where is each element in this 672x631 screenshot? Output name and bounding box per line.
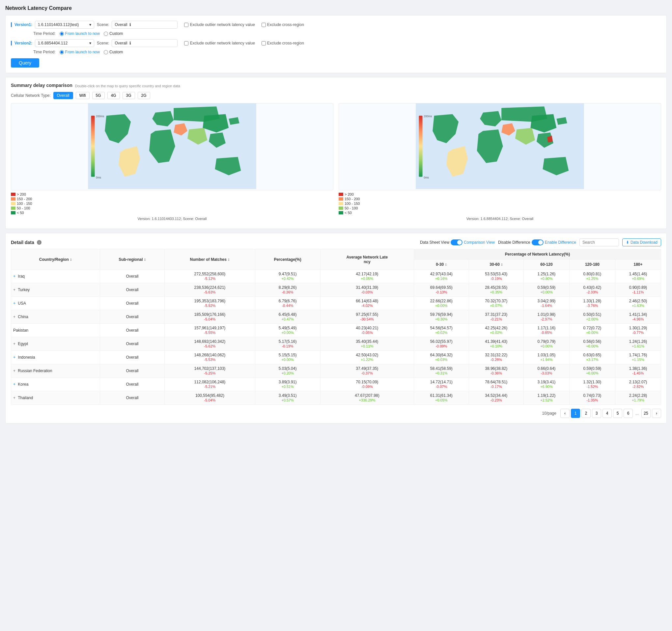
- comparison-view-label: Comparison View: [464, 240, 495, 245]
- map1-svg[interactable]: 200ms 0ms: [11, 103, 333, 189]
- view-toggle[interactable]: [451, 239, 462, 245]
- expand-icon[interactable]: +: [13, 368, 16, 373]
- th-matches: Number of Matches ↕: [165, 249, 255, 270]
- td-country: + Egypt: [11, 337, 100, 351]
- table-row: + Thailand Overall 100,554(95,482)-5.04%…: [11, 391, 661, 405]
- map2-svg[interactable]: 200ms 0ms: [339, 103, 661, 189]
- td-120-180: 0.43(0.42)-2.33%: [569, 283, 615, 297]
- page-btn-1[interactable]: 1: [571, 409, 580, 418]
- td-30-60: 34.52(34.44)-0.23%: [469, 391, 523, 405]
- td-avg-latency: 66.14(63.48)-4.02%: [320, 297, 414, 310]
- exclude-cross-region2-checkbox[interactable]: Exclude cross-region: [262, 41, 304, 45]
- summary-title: Summary delay comparison: [11, 83, 72, 88]
- td-30-60: 32.31(32.22)-0.28%: [469, 351, 523, 364]
- expand-icon[interactable]: +: [13, 382, 16, 387]
- td-pct: 5.17(5.16)-0.19%: [255, 337, 320, 351]
- th-120-180: 120-180: [569, 260, 615, 270]
- td-60-120: 1.03(1.05)+1.94%: [523, 351, 569, 364]
- td-pct: 8.29(8.26)-0.36%: [255, 283, 320, 297]
- svg-text:200ms: 200ms: [96, 115, 104, 118]
- table-row: Pakistan Overall 157,961(149,197)-5.55% …: [11, 324, 661, 337]
- search-input[interactable]: [579, 238, 619, 246]
- td-120-180: 0.80(0.81)+1.25%: [569, 270, 615, 283]
- info-icon[interactable]: i: [37, 240, 42, 245]
- td-60-120: 0.66(0.64)-3.03%: [523, 364, 569, 378]
- td-60-120: 1.01(0.98)-2.97%: [523, 310, 569, 324]
- td-country: + China: [11, 310, 100, 324]
- scene1-input[interactable]: Overall ℹ: [112, 21, 177, 29]
- expand-icon[interactable]: +: [13, 288, 16, 292]
- version1-select[interactable]: 1.6.11014403.112(test) ▾: [35, 21, 94, 29]
- td-avg-latency: 37.49(37.35)-0.37%: [320, 364, 414, 378]
- expand-icon[interactable]: +: [13, 315, 16, 319]
- th-country: Country/Region ↕: [11, 249, 100, 270]
- expand-icon[interactable]: +: [13, 341, 16, 346]
- td-0-30: 69.64(69.55)-0.13%: [414, 283, 469, 297]
- page-btn-5[interactable]: 5: [613, 409, 622, 418]
- exclude-outlier1-checkbox[interactable]: Exclude outlier network latency value: [184, 22, 255, 27]
- scene2-label: Scene:: [97, 41, 109, 45]
- table-row: + Turkey Overall 238,536(224,621)-5.63% …: [11, 283, 661, 297]
- filter-card: Version1: 1.6.11014403.112(test) ▾ Scene…: [5, 15, 667, 73]
- page-btn-4[interactable]: 4: [602, 409, 612, 418]
- expand-icon[interactable]: +: [13, 395, 16, 400]
- time-period2-label: Time Period:: [33, 50, 56, 54]
- prev-page-btn[interactable]: ‹: [560, 409, 570, 418]
- exclude-cross-region1-checkbox[interactable]: Exclude cross-region: [262, 22, 304, 27]
- td-matches: 272,552(258,600)-5.12%: [165, 270, 255, 283]
- td-matches: 157,961(149,197)-5.55%: [165, 324, 255, 337]
- network-type-label: Cellular Network Type:: [11, 93, 51, 98]
- th-percentage: Percentage(%): [255, 249, 320, 270]
- page-btn-6[interactable]: 6: [624, 409, 633, 418]
- td-30-60: 70.32(70.37)+0.07%: [469, 297, 523, 310]
- summary-hint: Double-click on the map to query specifi…: [75, 84, 180, 88]
- data-sheet-label: Data Sheet View: [420, 240, 449, 245]
- td-sub-regional: Overall: [100, 337, 164, 351]
- custom2-radio[interactable]: Custom: [104, 50, 123, 54]
- time-period1-label: Time Period:: [33, 31, 56, 36]
- page-title: Network Latency Compare: [5, 5, 667, 11]
- scene2-input[interactable]: Overall ℹ: [112, 39, 177, 47]
- exclude-outlier2-checkbox[interactable]: Exclude outlier network latency value: [184, 41, 255, 45]
- custom1-radio[interactable]: Custom: [104, 31, 123, 36]
- type-btn-5g[interactable]: 5G: [92, 92, 105, 99]
- next-page-btn[interactable]: ›: [652, 409, 661, 418]
- summary-card: Summary delay comparison Double-click on…: [5, 77, 667, 229]
- svg-text:200ms: 200ms: [424, 115, 432, 118]
- td-180p: 0.90(0.89)-1.11%: [615, 283, 661, 297]
- expand-icon[interactable]: +: [13, 301, 16, 306]
- map1-wrap[interactable]: 200ms 0ms: [11, 103, 333, 190]
- scene1-label: Scene:: [97, 22, 109, 27]
- td-60-120: 0.59(0.59)+0.00%: [523, 283, 569, 297]
- type-btn-2g[interactable]: 2G: [138, 92, 150, 99]
- version2-row: Version2: 1.6.8854404.112 ▾ Scene: Overa…: [11, 39, 661, 47]
- td-0-30: 59.76(59.94)+0.30%: [414, 310, 469, 324]
- svg-rect-1: [91, 116, 95, 177]
- expand-icon[interactable]: +: [13, 274, 16, 278]
- from-launch1-radio[interactable]: From launch to now: [59, 31, 100, 36]
- query-button[interactable]: Query: [11, 58, 39, 68]
- td-matches: 238,536(224,621)-5.63%: [165, 283, 255, 297]
- page-btn-2[interactable]: 2: [581, 409, 591, 418]
- type-btn-wifi[interactable]: Wifi: [76, 92, 90, 99]
- version1-label: Version1:: [11, 22, 32, 27]
- td-matches: 185,509(176,166)-5.04%: [165, 310, 255, 324]
- td-avg-latency: 42.17(42.19)+0.05%: [320, 270, 414, 283]
- difference-toggle[interactable]: [532, 239, 544, 245]
- detail-header: Detail data i Data Sheet View Comparison…: [11, 238, 661, 246]
- map2-wrap[interactable]: 200ms 0ms: [339, 103, 661, 190]
- table-row: + Egypt Overall 148,692(140,342)-5.62% 5…: [11, 337, 661, 351]
- page-btn-3[interactable]: 3: [592, 409, 601, 418]
- page-btn-last[interactable]: 25: [641, 409, 651, 418]
- download-button[interactable]: ⬇ Data Download: [622, 238, 661, 246]
- td-120-180: 0.63(0.65)+3.17%: [569, 351, 615, 364]
- td-pct: 5.49(5.49)+0.00%: [255, 324, 320, 337]
- table-row: + USA Overall 195,353(183,796)-5.92% 6.7…: [11, 297, 661, 310]
- type-btn-overall[interactable]: Overall: [53, 92, 73, 99]
- map1-panel: 200ms 0ms > 200 150 - 200 100 - 150 50 -…: [11, 103, 333, 221]
- from-launch2-radio[interactable]: From launch to now: [59, 50, 100, 54]
- version2-select[interactable]: 1.6.8854404.112 ▾: [35, 39, 94, 47]
- expand-icon[interactable]: +: [13, 355, 16, 360]
- type-btn-3g[interactable]: 3G: [123, 92, 135, 99]
- type-btn-4g[interactable]: 4G: [107, 92, 120, 99]
